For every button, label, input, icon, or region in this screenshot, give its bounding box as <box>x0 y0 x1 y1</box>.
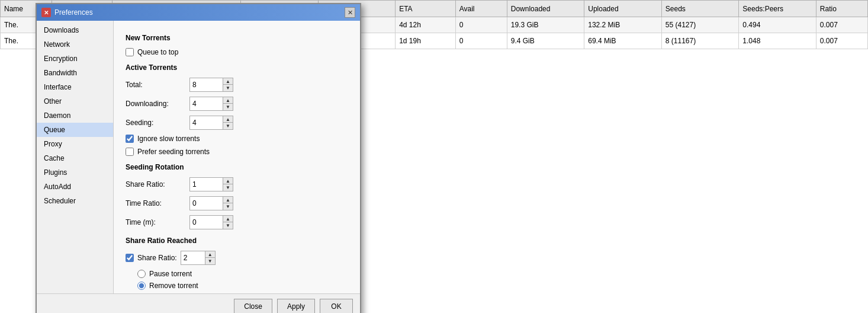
pause-torrent-radio[interactable] <box>137 270 146 278</box>
nav-item-network[interactable]: Network <box>37 37 113 52</box>
nav-item-other[interactable]: Other <box>37 94 113 108</box>
nav-item-proxy[interactable]: Proxy <box>37 137 113 151</box>
dialog-body: Downloads Network Encryption Bandwidth I… <box>37 21 360 293</box>
apply-button[interactable]: Apply <box>277 299 315 313</box>
share-ratio-input[interactable] <box>190 178 223 191</box>
preferences-dialog: ✕ Preferences ✕ Downloads Network Encryp… <box>36 3 361 313</box>
remove-torrent-row: Remove torrent <box>137 282 348 290</box>
cell-seeds-0: 55 (4127) <box>661 17 739 33</box>
downloading-spin-down[interactable]: ▼ <box>223 104 233 110</box>
prefer-seeding-label: Prefer seeding torrents <box>137 148 210 156</box>
downloading-spin-up[interactable]: ▲ <box>223 97 233 104</box>
shr-share-ratio-label: Share Ratio: <box>137 254 177 262</box>
cell-downloaded-1: 9.4 GiB <box>507 33 584 49</box>
col-header-downloaded[interactable]: Downloaded <box>507 1 584 17</box>
ignore-slow-checkbox[interactable] <box>126 135 134 143</box>
share-ratio-reached-title: Share Ratio Reached <box>126 237 348 245</box>
shr-share-ratio-spin-btns: ▲ ▼ <box>205 251 215 264</box>
share-ratio-row: Share Ratio: ▲ ▼ <box>126 177 348 191</box>
seeding-input[interactable] <box>190 116 223 129</box>
seeding-row: Seeding: ▲ ▼ <box>126 116 348 130</box>
seeding-spin-up[interactable]: ▲ <box>223 116 233 123</box>
downloading-row: Downloading: ▲ ▼ <box>126 97 348 111</box>
col-header-ratio[interactable]: Ratio <box>816 1 867 17</box>
col-header-eta[interactable]: ETA <box>396 1 456 17</box>
shr-share-ratio-spin-up[interactable]: ▲ <box>205 251 215 258</box>
nav-item-autoadd[interactable]: AutoAdd <box>37 180 113 194</box>
nav-item-daemon[interactable]: Daemon <box>37 108 113 123</box>
nav-item-downloads[interactable]: Downloads <box>37 23 113 37</box>
total-spin-down[interactable]: ▼ <box>223 85 233 91</box>
time-m-spin-up[interactable]: ▲ <box>223 216 233 222</box>
shr-share-ratio-input[interactable] <box>181 251 205 264</box>
dialog-close-button[interactable]: ✕ <box>345 7 355 18</box>
nav-item-bandwidth[interactable]: Bandwidth <box>37 66 113 80</box>
pause-torrent-label: Pause torrent <box>149 270 192 278</box>
share-ratio-spin-down[interactable]: ▼ <box>223 184 233 191</box>
seeding-spin-down[interactable]: ▼ <box>223 123 233 129</box>
seeding-spinner: ▲ ▼ <box>189 116 233 130</box>
cell-avail-1: 0 <box>455 33 507 49</box>
nav-item-plugins[interactable]: Plugins <box>37 165 113 180</box>
share-ratio-spinner-buttons: ▲ ▼ <box>223 178 233 191</box>
nav-item-cache[interactable]: Cache <box>37 151 113 165</box>
close-button[interactable]: Close <box>234 299 272 313</box>
total-spin-up[interactable]: ▲ <box>223 78 233 85</box>
nav-item-interface[interactable]: Interface <box>37 80 113 94</box>
time-m-spin-down[interactable]: ▼ <box>223 222 233 229</box>
ok-button[interactable]: OK <box>320 299 353 313</box>
queue-to-top-checkbox[interactable] <box>126 48 134 56</box>
dialog-title: Preferences <box>54 8 93 17</box>
cell-uploaded-0: 132.2 MiB <box>584 17 662 33</box>
col-header-avail[interactable]: Avail <box>455 1 507 17</box>
prefs-content-panel: New Torrents Queue to top Active Torrent… <box>114 21 360 293</box>
cell-ratio-0: 0.007 <box>816 17 867 33</box>
active-torrents-title: Active Torrents <box>126 63 348 72</box>
time-ratio-spin-up[interactable]: ▲ <box>223 197 233 203</box>
remove-torrent-label: Remove torrent <box>149 282 198 290</box>
ignore-slow-label: Ignore slow torrents <box>137 135 200 143</box>
downloading-spinner: ▲ ▼ <box>189 97 233 111</box>
total-row: Total: ▲ ▼ <box>126 78 348 92</box>
nav-item-scheduler[interactable]: Scheduler <box>37 194 113 208</box>
total-label: Total: <box>126 81 185 89</box>
time-ratio-spin-down[interactable]: ▼ <box>223 203 233 210</box>
seeding-spinner-buttons: ▲ ▼ <box>223 116 233 129</box>
seeding-label: Seeding: <box>126 119 185 127</box>
share-ratio-label: Share Ratio: <box>126 180 185 189</box>
downloading-input[interactable] <box>190 97 223 110</box>
prefs-icon: ✕ <box>41 8 51 17</box>
cell-downloaded-0: 19.3 GiB <box>507 17 584 33</box>
shr-share-ratio-checkbox[interactable] <box>126 254 134 262</box>
cell-eta-0: 4d 12h <box>396 17 456 33</box>
col-header-seedspeers[interactable]: Seeds:Peers <box>739 1 816 17</box>
cell-uploaded-1: 69.4 MiB <box>584 33 662 49</box>
col-header-seeds[interactable]: Seeds <box>661 1 739 17</box>
time-ratio-spinner: ▲ ▼ <box>189 196 233 210</box>
time-m-label: Time (m): <box>126 218 185 226</box>
total-spinner: ▲ ▼ <box>189 78 233 92</box>
remove-torrent-radio[interactable] <box>137 282 146 290</box>
nav-item-queue[interactable]: Queue <box>37 123 113 137</box>
ignore-slow-row: Ignore slow torrents <box>126 135 348 143</box>
total-input[interactable] <box>190 78 223 91</box>
cell-seedspeers-0: 0.494 <box>739 17 816 33</box>
new-torrents-title: New Torrents <box>126 34 348 42</box>
cell-ratio-1: 0.007 <box>816 33 867 49</box>
cell-avail-0: 0 <box>455 17 507 33</box>
pause-torrent-row: Pause torrent <box>137 270 348 278</box>
shr-share-ratio-spin-down[interactable]: ▼ <box>205 258 215 264</box>
queue-to-top-row: Queue to top <box>126 48 348 56</box>
nav-item-encryption[interactable]: Encryption <box>37 52 113 66</box>
share-ratio-spin-up[interactable]: ▲ <box>223 178 233 184</box>
queue-to-top-label: Queue to top <box>137 48 178 56</box>
time-m-row: Time (m): ▲ ▼ <box>126 215 348 229</box>
prefer-seeding-checkbox[interactable] <box>126 148 134 156</box>
col-header-uploaded[interactable]: Uploaded <box>584 1 662 17</box>
time-ratio-row: Time Ratio: ▲ ▼ <box>126 196 348 210</box>
time-m-input[interactable] <box>190 216 223 229</box>
dialog-footer: Close Apply OK <box>37 293 360 313</box>
time-ratio-input[interactable] <box>190 197 223 210</box>
time-m-spinner: ▲ ▼ <box>189 215 233 229</box>
time-m-spinner-buttons: ▲ ▼ <box>223 216 233 229</box>
